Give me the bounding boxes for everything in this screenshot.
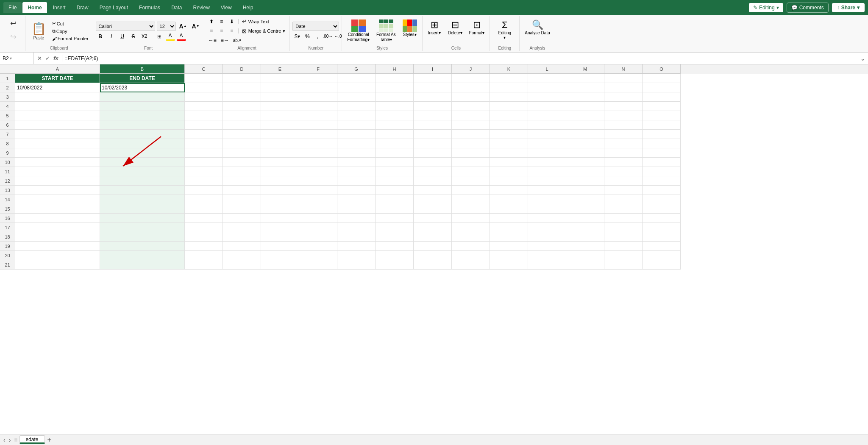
formula-cancel-button[interactable]: ✕ (36, 55, 43, 61)
cell-N5[interactable] (604, 111, 643, 120)
cell-H15[interactable] (376, 204, 414, 214)
cell-F9[interactable] (299, 148, 337, 158)
cell-O14[interactable] (643, 195, 681, 204)
cell-E20[interactable] (261, 251, 299, 260)
cell-J8[interactable] (452, 139, 490, 148)
tab-file[interactable]: File (3, 2, 22, 13)
cell-D4[interactable] (223, 102, 261, 111)
cell-E2[interactable] (261, 83, 299, 92)
share-button[interactable]: ↑ Share ▾ (832, 3, 865, 12)
borders-button[interactable]: ⊞ (155, 32, 164, 41)
cell-C17[interactable] (185, 223, 223, 232)
cell-G10[interactable] (337, 158, 376, 167)
cell-N16[interactable] (604, 214, 643, 223)
cell-O13[interactable] (643, 186, 681, 195)
cell-M3[interactable] (566, 92, 604, 102)
cell-F14[interactable] (299, 195, 337, 204)
cell-M5[interactable] (566, 111, 604, 120)
cell-N1[interactable] (604, 74, 643, 83)
cell-I3[interactable] (414, 92, 452, 102)
cell-I9[interactable] (414, 148, 452, 158)
cell-L20[interactable] (528, 251, 566, 260)
cell-O8[interactable] (643, 139, 681, 148)
align-middle-button[interactable]: ≡ (217, 17, 226, 26)
cell-J3[interactable] (452, 92, 490, 102)
cell-H6[interactable] (376, 120, 414, 130)
cell-F11[interactable] (299, 167, 337, 176)
cell-E3[interactable] (261, 92, 299, 102)
cell-M11[interactable] (566, 167, 604, 176)
cell-H20[interactable] (376, 251, 414, 260)
cell-M6[interactable] (566, 120, 604, 130)
cell-I14[interactable] (414, 195, 452, 204)
font-color-button[interactable]: A (177, 32, 186, 41)
cell-O4[interactable] (643, 102, 681, 111)
cell-C3[interactable] (185, 92, 223, 102)
col-header-I[interactable]: I (414, 64, 452, 74)
cell-A16[interactable] (15, 214, 100, 223)
cell-F1[interactable] (299, 74, 337, 83)
cell-H3[interactable] (376, 92, 414, 102)
italic-button[interactable]: I (107, 32, 116, 41)
sheet-list-button[interactable]: ≡ (12, 437, 19, 443)
cell-L12[interactable] (528, 176, 566, 186)
cell-N13[interactable] (604, 186, 643, 195)
cell-F12[interactable] (299, 176, 337, 186)
col-header-K[interactable]: K (490, 64, 528, 74)
cell-N8[interactable] (604, 139, 643, 148)
cell-K7[interactable] (490, 130, 528, 139)
cell-C1[interactable] (185, 74, 223, 83)
cell-L5[interactable] (528, 111, 566, 120)
cell-K14[interactable] (490, 195, 528, 204)
cell-B6[interactable] (100, 120, 185, 130)
cell-J14[interactable] (452, 195, 490, 204)
cell-A14[interactable] (15, 195, 100, 204)
cell-N20[interactable] (604, 251, 643, 260)
cell-I18[interactable] (414, 232, 452, 242)
cell-B8[interactable] (100, 139, 185, 148)
cell-M17[interactable] (566, 223, 604, 232)
format-as-table-button[interactable]: Format AsTable▾ (374, 19, 398, 43)
cell-H18[interactable] (376, 232, 414, 242)
cell-M19[interactable] (566, 242, 604, 251)
wrap-text-button[interactable]: ↵ Wrap Text (240, 17, 271, 25)
cell-A10[interactable] (15, 158, 100, 167)
cell-F18[interactable] (299, 232, 337, 242)
col-header-M[interactable]: M (566, 64, 604, 74)
insert-cells-button[interactable]: ⊞ Insert▾ (425, 19, 444, 36)
cell-H5[interactable] (376, 111, 414, 120)
cell-E5[interactable] (261, 111, 299, 120)
strikethrough-button[interactable]: S (129, 32, 138, 41)
cell-F10[interactable] (299, 158, 337, 167)
cell-F15[interactable] (299, 204, 337, 214)
cell-G7[interactable] (337, 130, 376, 139)
cell-F4[interactable] (299, 102, 337, 111)
cell-K6[interactable] (490, 120, 528, 130)
cell-N10[interactable] (604, 158, 643, 167)
col-header-L[interactable]: L (528, 64, 566, 74)
cell-A8[interactable] (15, 139, 100, 148)
comments-button[interactable]: 💬 Comments (787, 3, 829, 13)
cell-F21[interactable] (299, 260, 337, 270)
cell-D6[interactable] (223, 120, 261, 130)
cell-O21[interactable] (643, 260, 681, 270)
cell-M10[interactable] (566, 158, 604, 167)
cell-I17[interactable] (414, 223, 452, 232)
cell-H11[interactable] (376, 167, 414, 176)
number-format-select[interactable]: Date (292, 22, 339, 31)
cell-O5[interactable] (643, 111, 681, 120)
formula-input[interactable]: =EDATE(A2;6) (62, 56, 858, 61)
cell-F5[interactable] (299, 111, 337, 120)
font-size-select[interactable]: 12 (157, 22, 176, 31)
paste-button[interactable]: 📋 Paste (28, 20, 50, 42)
cell-D5[interactable] (223, 111, 261, 120)
cell-I12[interactable] (414, 176, 452, 186)
cell-F19[interactable] (299, 242, 337, 251)
cell-O9[interactable] (643, 148, 681, 158)
conditional-formatting-button[interactable]: ConditionalFormatting▾ (345, 19, 372, 43)
sheet-tab-edate[interactable]: edate (19, 435, 45, 444)
cell-F3[interactable] (299, 92, 337, 102)
cell-C12[interactable] (185, 176, 223, 186)
cell-J12[interactable] (452, 176, 490, 186)
cell-N14[interactable] (604, 195, 643, 204)
